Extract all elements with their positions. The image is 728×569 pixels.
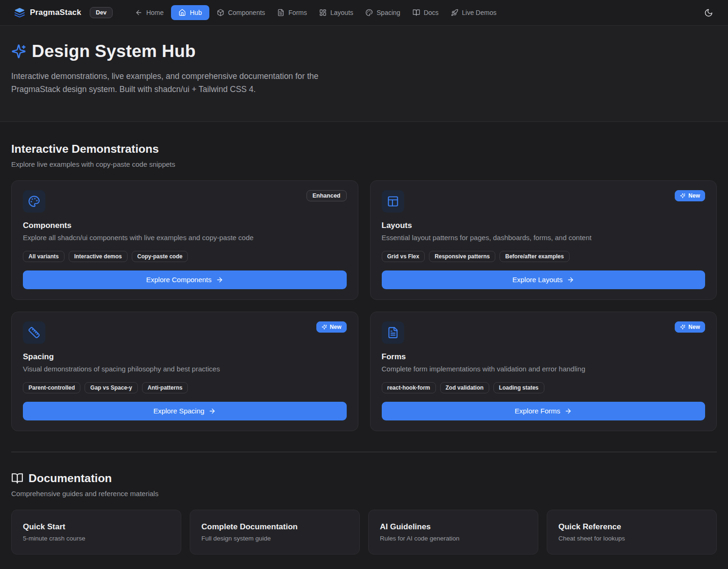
- main-nav: Home Hub Components Forms Layouts: [130, 5, 700, 20]
- arrow-right-icon: [216, 276, 223, 284]
- nav-item-spacing[interactable]: Spacing: [361, 5, 405, 20]
- status-badge: New: [316, 321, 347, 333]
- tag: Loading states: [493, 382, 544, 393]
- explore-layouts-button[interactable]: Explore Layouts: [382, 270, 706, 289]
- demos-section-subtitle: Explore live examples with copy-paste co…: [11, 160, 717, 168]
- tag: Interactive demos: [69, 251, 128, 262]
- nav-label: Docs: [424, 9, 439, 16]
- tag: Anti-patterns: [142, 382, 188, 393]
- theme-toggle-button[interactable]: [700, 5, 717, 21]
- home-icon: [178, 9, 186, 16]
- sparkles-icon: [680, 324, 685, 330]
- doc-card-title: Complete Documentation: [201, 522, 348, 532]
- arrow-left-icon: [135, 9, 143, 16]
- demo-card-grid: Enhanced Components Explore all shadcn/u…: [11, 180, 717, 431]
- book-open-icon: [11, 472, 23, 484]
- tag-row: Parent-controlled Gap vs Space-y Anti-pa…: [23, 382, 347, 393]
- navbar: PragmaStack Dev Home Hub Components Fo: [0, 0, 728, 26]
- brand[interactable]: PragmaStack Dev: [14, 7, 113, 18]
- nav-label: Live Demos: [462, 9, 497, 16]
- explore-spacing-button[interactable]: Explore Spacing: [23, 402, 347, 420]
- demo-card-components: Enhanced Components Explore all shadcn/u…: [11, 180, 358, 300]
- rocket-icon: [451, 9, 458, 16]
- doc-card-subtitle: Rules for AI code generation: [380, 535, 527, 542]
- dev-badge: Dev: [90, 7, 113, 18]
- moon-icon: [704, 8, 713, 17]
- tag: Before/after examples: [500, 251, 569, 262]
- tag: Grid vs Flex: [382, 251, 425, 262]
- tag-row: All variants Interactive demos Copy-past…: [23, 251, 347, 262]
- tag: Gap vs Space-y: [85, 382, 137, 393]
- docs-section-subtitle: Comprehensive guides and reference mater…: [11, 490, 717, 498]
- card-description: Complete form implementations with valid…: [382, 365, 706, 373]
- docs-section: Documentation Comprehensive guides and r…: [11, 452, 717, 555]
- layout-grid-icon: [319, 9, 327, 16]
- nav-item-forms[interactable]: Forms: [272, 5, 312, 20]
- sparkles-icon: [321, 324, 327, 330]
- card-title: Layouts: [382, 221, 706, 230]
- tag: Zod validation: [440, 382, 489, 393]
- card-title: Components: [23, 221, 347, 230]
- nav-label: Hub: [190, 9, 202, 16]
- tag: Responsive patterns: [429, 251, 495, 262]
- doc-card-subtitle: 5-minute crash course: [23, 535, 170, 542]
- tag-row: react-hook-form Zod validation Loading s…: [382, 382, 706, 393]
- nav-label: Forms: [288, 9, 307, 16]
- palette-icon: [23, 190, 45, 213]
- button-label: Explore Spacing: [153, 407, 204, 415]
- book-open-icon: [413, 9, 420, 16]
- demos-section: Interactive Demonstrations Explore live …: [11, 122, 717, 431]
- hero-section: Design System Hub Interactive demonstrat…: [0, 26, 728, 122]
- doc-card-subtitle: Full design system guide: [201, 535, 348, 542]
- tag: Parent-controlled: [23, 382, 80, 393]
- nav-item-live-demos[interactable]: Live Demos: [446, 5, 501, 20]
- doc-card-ai-guidelines[interactable]: AI Guidelines Rules for AI code generati…: [368, 510, 538, 555]
- arrow-right-icon: [208, 407, 216, 415]
- nav-label: Components: [228, 9, 265, 16]
- status-badge: New: [675, 190, 705, 201]
- button-label: Explore Layouts: [512, 276, 563, 284]
- doc-card-quick-reference[interactable]: Quick Reference Cheat sheet for lookups: [547, 510, 717, 555]
- tag: All variants: [23, 251, 64, 262]
- ruler-icon: [23, 321, 45, 344]
- page-description: Interactive demonstrations, live example…: [11, 70, 359, 96]
- layers-icon: [14, 7, 25, 18]
- nav-item-layouts[interactable]: Layouts: [314, 5, 358, 20]
- nav-item-home[interactable]: Home: [130, 5, 168, 20]
- nav-label: Layouts: [330, 9, 353, 16]
- nav-item-hub[interactable]: Hub: [171, 5, 209, 20]
- panel-layout-icon: [382, 190, 404, 213]
- tag: Copy-paste code: [132, 251, 188, 262]
- demos-section-title: Interactive Demonstrations: [11, 142, 717, 156]
- card-description: Essential layout patterns for pages, das…: [382, 234, 706, 242]
- nav-item-docs[interactable]: Docs: [408, 5, 443, 20]
- status-badge: New: [675, 321, 705, 333]
- doc-card-title: Quick Reference: [558, 522, 705, 532]
- brand-name: PragmaStack: [30, 8, 81, 17]
- arrow-right-icon: [567, 276, 574, 284]
- docs-card-grid: Quick Start 5-minute crash course Comple…: [11, 510, 717, 555]
- arrow-right-icon: [564, 407, 572, 415]
- package-icon: [217, 9, 224, 16]
- status-badge: Enhanced: [307, 190, 347, 201]
- button-label: Explore Components: [146, 276, 212, 284]
- nav-item-components[interactable]: Components: [212, 5, 270, 20]
- doc-card-complete-documentation[interactable]: Complete Documentation Full design syste…: [190, 510, 360, 555]
- tag-row: Grid vs Flex Responsive patterns Before/…: [382, 251, 706, 262]
- card-title: Forms: [382, 352, 706, 362]
- doc-card-title: AI Guidelines: [380, 522, 527, 532]
- explore-forms-button[interactable]: Explore Forms: [382, 402, 706, 420]
- card-title: Spacing: [23, 352, 347, 362]
- tag: react-hook-form: [382, 382, 436, 393]
- docs-section-title: Documentation: [29, 472, 112, 485]
- file-text-icon: [277, 9, 285, 16]
- doc-card-quick-start[interactable]: Quick Start 5-minute crash course: [11, 510, 181, 555]
- demo-card-spacing: New Spacing Visual demonstrations of spa…: [11, 312, 358, 431]
- sparkles-icon: [11, 44, 26, 59]
- file-text-icon: [382, 321, 404, 344]
- card-description: Explore all shadcn/ui components with li…: [23, 234, 347, 242]
- explore-components-button[interactable]: Explore Components: [23, 270, 347, 289]
- card-description: Visual demonstrations of spacing philoso…: [23, 365, 347, 373]
- page-title: Design System Hub: [32, 42, 196, 61]
- doc-card-subtitle: Cheat sheet for lookups: [558, 535, 705, 542]
